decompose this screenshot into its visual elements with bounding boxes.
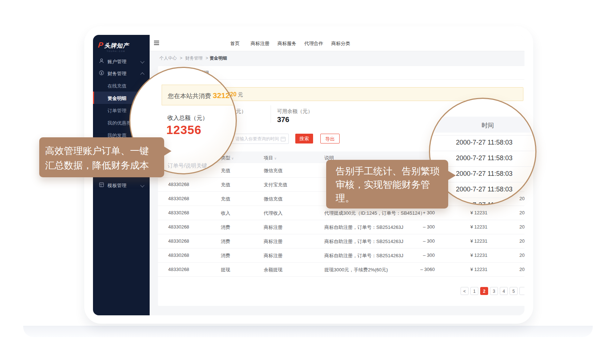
table-row: 48330268消费商标注册商标自助注册，订单号：SB2514263J– 300… [158,220,524,234]
magnified-input-placeholder: 订单号/说明关键 [167,162,207,169]
export-button[interactable]: 导出 [320,134,340,143]
finance-icon [99,70,104,76]
nav-agent-coop[interactable]: 代理合作 [304,40,323,47]
table-row: 48330268消费商标注册商标自助注册，订单号：SB2514263J– 300… [158,248,524,263]
breadcrumb: 个人中心>财务管理>资金明细 [158,55,227,61]
laptop-base [23,326,593,337]
nav-trademark-category[interactable]: 商标分类 [331,40,350,47]
pagination-page-4[interactable]: 4 [500,287,508,295]
table-row: 48330268消费商标注册商标自助注册，订单号：SB2514263J– 300… [158,234,524,248]
brand-domain: TOUPAI.COM [107,50,125,52]
pagination-next-button[interactable] [519,287,524,295]
calendar-icon [281,137,285,141]
nav-trademark-register[interactable]: 商标注册 [251,40,270,47]
time-input[interactable]: 请输入你要查询的时间 [231,134,289,144]
callout-arrow-icon [164,146,171,156]
brand-logo: P头牌知产 TOUPAI.COM [98,41,149,55]
table-row: 48330268提现余额提现提现3000元，手续费2%(60元)– 3060¥ … [158,262,524,277]
magnified-banner: 您在本站共消费 32124 大 [162,85,237,105]
pagination-page-2-active[interactable]: 2 [480,287,488,295]
sidebar-item-label: 模板管理 [108,182,126,189]
breadcrumb-current: 资金明细 [210,56,227,61]
breadcrumb-item[interactable]: 个人中心 [159,56,177,61]
balance-label: 可用余额（元） [277,108,313,115]
sort-caret-icon: ∨ [274,157,277,160]
balance-value: 376 [277,116,289,124]
sort-caret-icon: ∨ [231,157,234,160]
magnified-income-value: 12356 [166,123,202,137]
user-icon [99,58,104,64]
callout-arrow-icon [448,171,456,180]
breadcrumb-item[interactable]: 财务管理 [185,56,203,61]
magnified-income-label: 收入总额（元） [167,114,208,122]
brand-logo-icon: P [98,41,104,49]
pagination-prev-button[interactable]: < [461,287,469,295]
nav-home[interactable]: 首页 [230,40,240,47]
sidebar-item-account[interactable]: 账户管理 [93,55,150,67]
pagination-page-1[interactable]: 1 [470,287,478,295]
callout-left: 高效管理账户订单、一键 汇总数据，降低财务成本 [39,137,164,177]
sidebar-item-label: 财务管理 [108,70,126,77]
nav-trademark-service[interactable]: 商标服务 [277,40,296,47]
sidebar-item-label: 账户管理 [108,58,126,65]
col-project-sortable[interactable]: 项目∨ [264,155,277,161]
chevron-up-icon [140,72,144,76]
search-button[interactable]: 搜索 [295,134,313,143]
divider [271,105,271,123]
callout-right: 告别手工统计、告别繁琐 审核，实现智能财务管 理。 [326,160,448,209]
sidebar-item-template[interactable]: 模板管理 [93,179,150,191]
brand-name: 头牌知产 [104,43,129,49]
pagination-page-3[interactable]: 3 [490,287,498,295]
hamburger-menu-icon[interactable] [154,41,159,45]
sidebar-item-finance[interactable]: 财务管理 [93,67,150,79]
magnified-time-cell: 2000-7-27 11:58:03 [430,139,512,146]
chevron-down-icon [140,183,144,187]
chevron-down-icon [140,59,144,63]
template-icon [99,182,104,187]
magnified-time-header: 时间 [430,117,536,133]
pagination-page-5[interactable]: 5 [510,287,518,295]
top-navbar: 首页 商标注册 商标服务 代理合作 商标分类 请输入商标名，申请号，申请人 [150,35,524,51]
